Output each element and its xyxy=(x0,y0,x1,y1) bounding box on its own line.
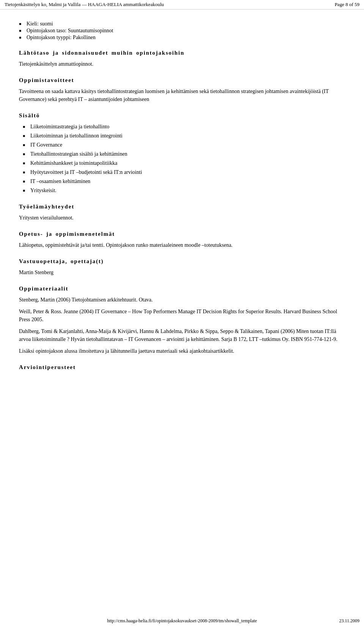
meta-item-taso: Opintojakson taso: Suuntautumisopinnot xyxy=(19,28,345,34)
sisalto-item-2: IT Governance xyxy=(23,141,345,149)
arviointiperusteet-heading: Arviointiperusteet xyxy=(19,364,345,371)
sisalto-list: Liiketoimintastrategia ja tietohallinto … xyxy=(23,123,345,194)
vastuuopettaja-heading: Vastuuopettaja, opettaja(t) xyxy=(19,258,345,265)
vastuuopettaja-text: Martin Stenberg xyxy=(19,268,345,276)
sisalto-item-1: Liiketoiminnan ja tietohallinnon integro… xyxy=(23,132,345,140)
footer-date: 23.11.2009 xyxy=(339,618,359,624)
oppimistavoitteet-heading: Oppimistavoitteet xyxy=(19,77,345,84)
oppimistavoitteet-text: Tavoitteena on saada kattava käsitys tie… xyxy=(19,87,345,103)
tyoelamayhteydet-text: Yritysten vierailuluennot. xyxy=(19,214,345,222)
lahtotaso-text: Tietojenkäsittelyn ammattiopinnot. xyxy=(19,60,345,68)
document-title: Tietojenkäsittelyn ko, Malmi ja Vallila … xyxy=(5,2,164,8)
oppimateriaalit-text3: Dahlberg, Tomi & Karjanlahti, Anna-Maija… xyxy=(19,327,345,343)
sisalto-item-0: Liiketoimintastrategia ja tietohallinto xyxy=(23,123,345,131)
meta-item-kieli: Kieli: suomi xyxy=(19,21,345,27)
oppimateriaalit-heading: Oppimateriaalit xyxy=(19,286,345,292)
sisalto-item-5: Hyötytavoitteet ja IT –budjetointi sekä … xyxy=(23,168,345,176)
oppimateriaalit-text1: Stenberg, Martin (2006) Tietojohtamisen … xyxy=(19,296,345,304)
sisalto-heading: Sisältö xyxy=(19,112,345,119)
sisalto-item-6: IT –osaamisen kehittäminen xyxy=(23,177,345,185)
sisalto-item-3: Tietohallintostrategian sisältö ja kehit… xyxy=(23,150,345,158)
footer-url: http://cms.haaga-helia.fi/fi/opintojakso… xyxy=(107,618,257,624)
oppimateriaalit-text4: Lisäksi opintojakson alussa ilmoitettava… xyxy=(19,347,345,355)
meta-item-tyyppi: Opintojakson tyyppi: Pakollinen xyxy=(19,35,345,41)
tyoelamayhteydet-heading: Työelämäyhteydet xyxy=(19,204,345,210)
page-header: Tietojenkäsittelyn ko, Malmi ja Vallila … xyxy=(0,0,364,9)
page-footer: http://cms.haaga-helia.fi/fi/opintojakso… xyxy=(0,617,364,624)
page-number: Page 8 of 59 xyxy=(335,2,359,8)
lahtotaso-heading: Lähtötaso ja sidonnaisuudet muihin opint… xyxy=(19,50,345,56)
opetusmenetelmat-text: Lähiopetus, oppimistehtävät ja/tai tentt… xyxy=(19,241,345,249)
meta-list: Kieli: suomi Opintojakson taso: Suuntaut… xyxy=(19,21,345,41)
sisalto-item-7: Yrityskeisit. xyxy=(23,186,345,194)
oppimateriaalit-text2: Weill, Peter & Ross. Jeanne (2004) IT Go… xyxy=(19,308,345,323)
sisalto-item-4: Kehittämishankkeet ja toimintapolitiikka xyxy=(23,159,345,167)
opetusmenetelmat-heading: Opetus- ja oppimismenetelmät xyxy=(19,231,345,237)
main-content: Kieli: suomi Opintojakson taso: Suuntaut… xyxy=(0,9,364,386)
